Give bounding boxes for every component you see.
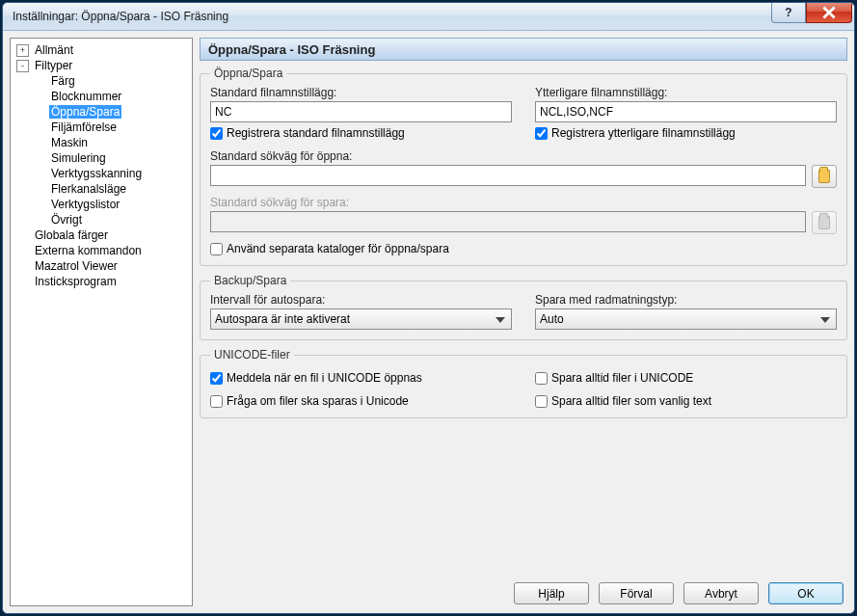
unicode-legend: UNICODE-filer <box>210 348 294 362</box>
separate-dirs-label: Använd separata kataloger för öppna/spar… <box>227 242 449 255</box>
lineend-label: Spara med radmatningstyp: <box>535 293 837 307</box>
autosave-interval-label: Intervall för autospara: <box>210 293 512 307</box>
tree-item-label: Verktygsskanning <box>49 167 144 180</box>
close-window-button[interactable] <box>806 3 852 23</box>
help-button[interactable]: Hjälp <box>514 582 589 604</box>
tree-item-label: Öppna/Spara <box>49 105 121 119</box>
tree-item-globala-farger[interactable]: Globala färger <box>13 228 190 243</box>
chevron-down-icon <box>494 312 507 326</box>
separate-dirs-checkbox[interactable] <box>210 243 223 255</box>
tree-item-label: Blocknummer <box>49 90 123 103</box>
register-std-ext-checkbox[interactable] <box>210 127 223 140</box>
open-path-input[interactable] <box>210 165 806 186</box>
tree-item-farg[interactable]: Färg <box>13 73 190 89</box>
lineend-value: Auto <box>540 312 564 326</box>
tree-item-label: Maskin <box>49 136 90 149</box>
tree-item-externa-kommandon[interactable]: Externa kommandon <box>13 243 190 258</box>
save-path-input <box>210 211 806 232</box>
autosave-interval-dropdown[interactable]: Autospara är inte aktiverat <box>210 308 512 330</box>
defaults-button[interactable]: Förval <box>599 582 674 604</box>
tree-item-filtyper[interactable]: -Filtyper <box>13 58 190 73</box>
folder-icon <box>818 170 830 183</box>
chevron-down-icon <box>818 312 832 326</box>
notify-unicode-open-checkbox[interactable] <box>210 372 223 385</box>
ask-save-unicode-checkbox[interactable] <box>210 395 223 408</box>
save-path-label: Standard sökväg för spara: <box>210 196 837 209</box>
std-ext-label: Standard filnamnstillägg: <box>210 86 512 99</box>
tree-item-label: Flerkanalsläge <box>49 182 128 196</box>
tree-item-label: Färg <box>49 74 77 88</box>
add-ext-label: Ytterligare filnamnstillägg: <box>535 86 837 99</box>
tree-item-label: Verktygslistor <box>49 198 121 211</box>
open-save-legend: Öppna/Spara <box>210 67 286 80</box>
autosave-interval-value: Autospara är inte aktiverat <box>215 312 350 326</box>
tree-item-label: Övrigt <box>49 213 84 227</box>
tree-item-label: Externa kommandon <box>33 244 144 257</box>
unicode-group: UNICODE-filer Meddela när en fil i UNICO… <box>200 348 847 418</box>
folder-icon <box>818 216 830 229</box>
tree-item-maskin[interactable]: Maskin <box>13 135 190 150</box>
page-title: Öppna/Spara - ISO Fräsning <box>200 38 847 61</box>
tree-item-ovrigt-sub[interactable]: Övrigt <box>13 212 190 228</box>
ok-button[interactable]: OK <box>768 582 844 604</box>
add-ext-input[interactable] <box>535 101 837 122</box>
always-unicode-label: Spara alltid filer i UNICODE <box>551 371 693 385</box>
window-title: Inställningar: Öppna/Spara - ISO Fräsnin… <box>13 10 228 23</box>
tree-item-blocknummer[interactable]: Blocknummer <box>13 89 190 104</box>
category-tree[interactable]: +Allmänt-FiltyperFärgBlocknummerÖppna/Sp… <box>10 38 193 606</box>
notify-unicode-open-label: Meddela när en fil i UNICODE öppnas <box>227 371 422 385</box>
close-icon <box>822 6 836 19</box>
tree-item-label: Mazatrol Viewer <box>33 259 120 273</box>
tree-item-filjamforelse[interactable]: Filjämförelse <box>13 120 190 135</box>
titlebar[interactable]: Inställningar: Öppna/Spara - ISO Fräsnin… <box>3 3 854 31</box>
register-add-ext-label: Registrera ytterligare filnamnstillägg <box>551 126 736 140</box>
std-ext-input[interactable] <box>210 101 512 122</box>
register-std-ext-label: Registrera standard filnamnstillägg <box>227 126 405 140</box>
settings-window: Inställningar: Öppna/Spara - ISO Fräsnin… <box>2 2 855 614</box>
ask-save-unicode-label: Fråga om filer ska sparas i Unicode <box>227 394 409 408</box>
always-text-label: Spara alltid filer som vanlig text <box>551 394 711 408</box>
tree-item-allmant[interactable]: +Allmänt <box>13 42 190 58</box>
lineend-dropdown[interactable]: Auto <box>535 308 837 330</box>
help-window-button[interactable]: ? <box>771 3 806 23</box>
cancel-button[interactable]: Avbryt <box>683 582 759 604</box>
open-save-group: Öppna/Spara Standard filnamnstillägg: Re… <box>200 67 847 266</box>
tree-item-verktygsskanning[interactable]: Verktygsskanning <box>13 166 190 181</box>
tree-item-label: Filtyper <box>33 59 74 72</box>
tree-item-label: Filjämförelse <box>49 121 119 134</box>
browse-open-path-button[interactable] <box>812 165 837 188</box>
tree-item-verktygslistor[interactable]: Verktygslistor <box>13 197 190 212</box>
always-unicode-checkbox[interactable] <box>535 372 548 385</box>
tree-item-label: Insticksprogram <box>33 275 119 288</box>
tree-item-mazatrol-viewer[interactable]: Mazatrol Viewer <box>13 258 190 274</box>
tree-item-simulering[interactable]: Simulering <box>13 150 190 166</box>
tree-item-label: Globala färger <box>33 228 110 242</box>
help-icon: ? <box>785 6 791 19</box>
open-path-label: Standard sökväg för öppna: <box>210 149 837 163</box>
tree-expander-icon[interactable]: + <box>16 44 29 57</box>
backup-save-legend: Backup/Spara <box>210 274 290 287</box>
always-text-checkbox[interactable] <box>535 395 548 408</box>
dialog-buttons: Hjälp Förval Avbryt OK <box>200 576 847 606</box>
backup-save-group: Backup/Spara Intervall för autospara: Au… <box>200 274 847 340</box>
browse-save-path-button <box>812 211 837 234</box>
tree-item-label: Allmänt <box>33 43 75 57</box>
tree-item-label: Simulering <box>49 151 108 165</box>
tree-item-insticksprogram[interactable]: Insticksprogram <box>13 274 190 289</box>
tree-item-flerkanalslaege[interactable]: Flerkanalsläge <box>13 181 190 197</box>
register-add-ext-checkbox[interactable] <box>535 127 548 140</box>
tree-expander-icon[interactable]: - <box>16 60 29 72</box>
tree-item-oppna-spara[interactable]: Öppna/Spara <box>13 104 190 120</box>
